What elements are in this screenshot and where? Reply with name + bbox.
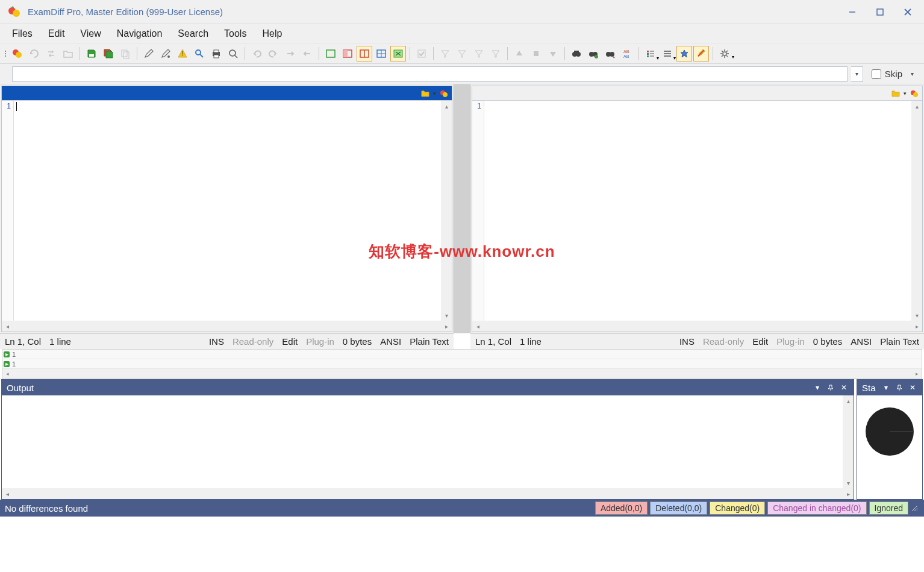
left-encoding[interactable]: ANSI	[380, 336, 401, 347]
menu-navigation[interactable]: Navigation	[110, 26, 170, 42]
nav-stop-button[interactable]	[528, 46, 544, 61]
nav-down-button[interactable]	[545, 46, 561, 61]
settings-button[interactable]: ▾	[717, 46, 732, 61]
swap-button[interactable]	[43, 46, 59, 61]
right-hscroll[interactable]: ◂▸	[472, 321, 922, 332]
left-editor[interactable]	[14, 101, 441, 321]
output-content[interactable]	[2, 395, 843, 488]
menu-search[interactable]: Search	[170, 26, 216, 42]
save-button[interactable]	[84, 46, 99, 61]
right-type[interactable]: Plain Text	[880, 336, 919, 347]
view-split-button[interactable]	[357, 46, 372, 61]
undo-button[interactable]	[249, 46, 264, 61]
menu-tools[interactable]: Tools	[217, 26, 254, 42]
right-readonly[interactable]: Read-only	[703, 336, 744, 347]
chip-deleted[interactable]: Deleted(0,0)	[650, 501, 707, 515]
filter3-button[interactable]	[471, 46, 487, 61]
check-button[interactable]	[414, 46, 429, 61]
filter2-button[interactable]	[454, 46, 470, 61]
copy-button[interactable]	[117, 46, 133, 61]
output-hscroll[interactable]: ◂▸	[2, 488, 854, 499]
binoculars2-button[interactable]	[585, 46, 601, 61]
filter4-button[interactable]	[488, 46, 504, 61]
view-single-button[interactable]	[323, 46, 339, 61]
left-type[interactable]: Plain Text	[410, 336, 449, 347]
left-vscroll[interactable]: ▴▾	[441, 101, 452, 321]
left-readonly[interactable]: Read-only	[233, 336, 273, 347]
chip-changed-in-changed[interactable]: Changed in changed(0)	[767, 501, 866, 515]
pin-icon[interactable]	[826, 383, 835, 392]
right-plugin[interactable]: Plug-in	[776, 336, 805, 347]
right-vscroll[interactable]: ▴▾	[911, 101, 922, 321]
overview-row-1[interactable]: ▸1	[2, 350, 922, 359]
recompare-button[interactable]	[27, 46, 42, 61]
svg-point-7	[16, 52, 22, 58]
next-diff-button[interactable]	[283, 46, 298, 61]
view-left-button[interactable]	[340, 46, 355, 61]
plugin-button[interactable]	[676, 46, 692, 61]
left-ins[interactable]: INS	[209, 336, 224, 347]
close-button[interactable]	[894, 3, 922, 21]
binoculars3-button[interactable]	[602, 46, 618, 61]
right-ins[interactable]: INS	[679, 336, 695, 347]
open-folder-button[interactable]	[60, 46, 76, 61]
save-all-button[interactable]	[101, 46, 116, 61]
right-edit[interactable]: Edit	[752, 336, 768, 347]
redo-button[interactable]	[266, 46, 281, 61]
maximize-button[interactable]	[866, 3, 894, 21]
resize-grip-icon[interactable]	[908, 503, 919, 513]
overview-hscroll[interactable]: ◂▸	[2, 369, 922, 379]
menu-view[interactable]: View	[73, 26, 108, 42]
path-dropdown[interactable]: ▾	[851, 66, 863, 82]
zoom-button[interactable]	[225, 46, 241, 61]
menu-files[interactable]: Files	[5, 26, 40, 42]
edit-right-button[interactable]	[158, 46, 173, 61]
lines-button[interactable]: ▾	[660, 46, 675, 61]
text-compare-button[interactable]: ABAB	[619, 46, 635, 61]
skip-dropdown[interactable]: ▾	[911, 71, 920, 77]
path-input[interactable]	[12, 66, 848, 82]
left-hscroll[interactable]: ◂▸	[2, 321, 452, 332]
open-folder-icon[interactable]	[420, 88, 431, 99]
pin-icon[interactable]	[894, 383, 904, 392]
right-editor[interactable]	[484, 101, 911, 321]
compare-icon[interactable]	[909, 88, 920, 99]
diff-report-button[interactable]: !	[175, 46, 190, 61]
right-pos: Ln 1, Col	[475, 336, 511, 347]
close-panel-icon[interactable]: ✕	[839, 383, 849, 392]
prev-diff-button[interactable]	[299, 46, 315, 61]
skip-checkbox-label[interactable]: Skip	[872, 69, 902, 79]
left-header-dropdown[interactable]: ▾	[433, 90, 436, 96]
chip-added[interactable]: Added(0,0)	[595, 501, 648, 515]
chip-ignored[interactable]: Ignored	[869, 501, 908, 515]
view-sync-button[interactable]	[390, 46, 406, 61]
toolbar-grip[interactable]	[4, 51, 8, 57]
highlight-button[interactable]	[693, 46, 709, 61]
nav-up-button[interactable]	[511, 46, 527, 61]
open-folder-icon[interactable]	[890, 88, 901, 99]
print-button[interactable]	[208, 46, 224, 61]
overview-row-2[interactable]: ▸1	[2, 359, 922, 369]
minimize-button[interactable]	[838, 3, 866, 21]
left-plugin[interactable]: Plug-in	[306, 336, 334, 347]
find-button[interactable]	[192, 46, 207, 61]
binoculars1-button[interactable]	[569, 46, 584, 61]
skip-checkbox[interactable]	[872, 69, 881, 79]
filter1-button[interactable]	[437, 46, 453, 61]
right-header-dropdown[interactable]: ▾	[904, 90, 907, 96]
panel-menu-icon[interactable]: ▾	[813, 383, 822, 392]
output-vscroll[interactable]: ▴▾	[843, 395, 854, 488]
compare-button[interactable]	[10, 46, 25, 61]
menu-help[interactable]: Help	[255, 26, 289, 42]
pane-splitter[interactable]	[454, 84, 470, 333]
view-grid-button[interactable]	[373, 46, 389, 61]
chip-changed[interactable]: Changed(0)	[710, 501, 765, 515]
right-encoding[interactable]: ANSI	[851, 336, 872, 347]
close-panel-icon[interactable]: ✕	[908, 383, 917, 392]
compare-icon[interactable]	[439, 88, 449, 99]
edit-left-button[interactable]	[141, 46, 157, 61]
left-edit[interactable]: Edit	[282, 336, 298, 347]
panel-menu-icon[interactable]: ▾	[881, 383, 891, 392]
menu-edit[interactable]: Edit	[41, 26, 72, 42]
options-list-button[interactable]: ▾	[643, 46, 658, 61]
